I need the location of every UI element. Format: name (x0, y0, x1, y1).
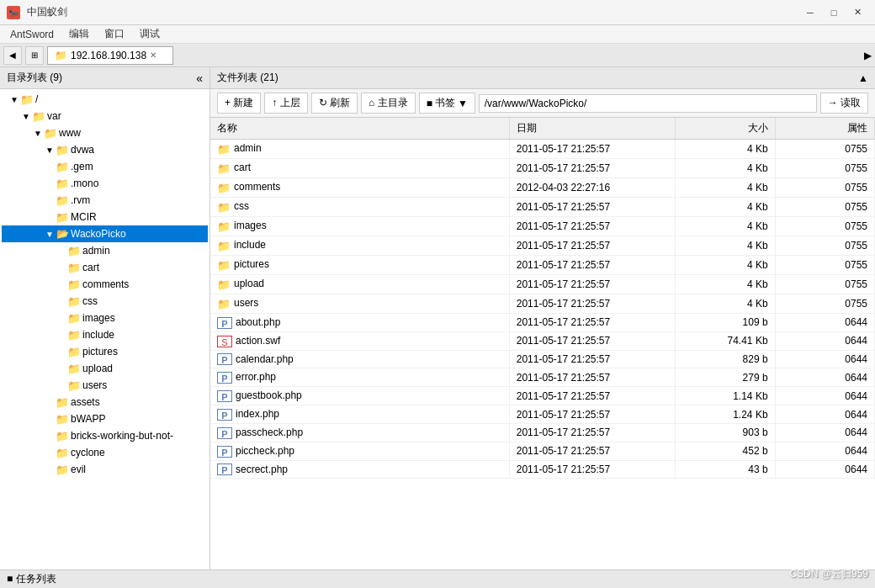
refresh-button[interactable]: ↻ 刷新 (311, 93, 358, 114)
tree-toggle (56, 263, 67, 273)
tree-item-dvwa[interactable]: ▼ 📁 dvwa (2, 141, 208, 158)
maximize-button[interactable]: □ (823, 4, 845, 21)
tree-toggle[interactable]: ▼ (32, 129, 44, 138)
tree-item-upload[interactable]: 📁 upload (2, 360, 208, 377)
table-row[interactable]: 📁cart 2011-05-17 21:25:57 4 Kb 0755 (210, 159, 875, 178)
minimize-button[interactable]: ─ (799, 4, 821, 21)
tab-close-btn[interactable]: ✕ (150, 50, 156, 60)
tree-item-evil[interactable]: 📁 evil (2, 461, 208, 478)
tree-item-comments[interactable]: 📁 comments (2, 276, 208, 293)
file-table-container[interactable]: 名称 日期 大小 属性 📁admin 2011-05-17 21:25:57 4… (210, 118, 875, 569)
tree-toggle (56, 381, 67, 390)
file-name[interactable]: Pabout.php (210, 314, 509, 332)
file-date: 2011-05-17 21:25:57 (509, 217, 675, 236)
file-name[interactable]: Ppasscheck.php (210, 423, 509, 442)
tree-item-assets[interactable]: 📁 assets (2, 394, 208, 411)
tab-nav-left[interactable]: ◀ (3, 46, 22, 65)
tree-toggle (56, 314, 67, 323)
file-name[interactable]: 📁users (210, 294, 509, 314)
file-name[interactable]: 📁upload (210, 275, 509, 294)
table-row[interactable]: 📁upload 2011-05-17 21:25:57 4 Kb 0755 (210, 275, 875, 294)
table-row[interactable]: Pguestbook.php 2011-05-17 21:25:57 1.14 … (210, 387, 875, 405)
tree-item-mcir[interactable]: 📁 MCIR (2, 209, 208, 225)
file-name[interactable]: 📁admin (210, 140, 509, 159)
file-name[interactable]: Psecrect.php (210, 460, 509, 479)
table-row[interactable]: Psecrect.php 2011-05-17 21:25:57 43 b 06… (210, 460, 875, 479)
tree-item-mono[interactable]: 📁 .mono (2, 175, 208, 192)
file-name[interactable]: Pindex.php (210, 405, 509, 424)
file-name[interactable]: 📁include (210, 236, 509, 256)
close-button[interactable]: ✕ (846, 4, 868, 21)
tree-item-users[interactable]: 📁 users (2, 377, 208, 394)
file-size: 4 Kb (676, 294, 775, 314)
menu-window[interactable]: 窗口 (98, 25, 131, 43)
tree-item-include[interactable]: 📁 include (2, 326, 208, 343)
file-name[interactable]: Ppiccheck.php (210, 442, 509, 460)
file-name[interactable]: 📁comments (210, 178, 509, 198)
table-row[interactable]: Ppiccheck.php 2011-05-17 21:25:57 452 b … (210, 442, 875, 460)
table-row[interactable]: Pindex.php 2011-05-17 21:25:57 1.24 Kb 0… (210, 405, 875, 424)
tree-item-bricks[interactable]: 📁 bricks-working-but-not- (2, 427, 208, 444)
menu-debug[interactable]: 调试 (133, 25, 167, 43)
table-row[interactable]: 📁include 2011-05-17 21:25:57 4 Kb 0755 (210, 236, 875, 256)
tree-item-images[interactable]: 📁 images (2, 310, 208, 326)
tree-toggle[interactable]: ▼ (44, 230, 56, 239)
col-header-attr[interactable]: 属性 (775, 118, 874, 140)
file-name[interactable]: Pguestbook.php (210, 387, 509, 405)
table-row[interactable]: Saction.swf 2011-05-17 21:25:57 74.41 Kb… (210, 331, 875, 350)
tree-item-var[interactable]: ▼ 📁 var (2, 108, 208, 124)
table-row[interactable]: Perror.php 2011-05-17 21:25:57 279 b 064… (210, 368, 875, 387)
file-name[interactable]: 📁css (210, 198, 509, 217)
right-panel-expand[interactable]: ▲ (858, 72, 868, 84)
task-list-label[interactable]: ■ 任务列表 (7, 572, 56, 586)
tree-item-cyclone[interactable]: 📁 cyclone (2, 444, 208, 461)
tree-item-bwapp[interactable]: 📁 bWAPP (2, 411, 208, 427)
file-name[interactable]: Perror.php (210, 368, 509, 387)
tree-item-rvm[interactable]: 📁 .rvm (2, 192, 208, 209)
left-panel-collapse[interactable]: « (196, 72, 203, 85)
file-attr: 0644 (775, 423, 874, 442)
tab-label: 192.168.190.138 (71, 50, 146, 61)
up-button[interactable]: ↑ 上层 (264, 93, 307, 114)
file-name[interactable]: 📁pictures (210, 256, 509, 275)
php-file-icon: P (217, 390, 232, 402)
col-header-name[interactable]: 名称 (210, 118, 509, 140)
home-button[interactable]: ⌂ 主目录 (361, 93, 416, 114)
file-name[interactable]: Pcalendar.php (210, 350, 509, 368)
table-row[interactable]: Pcalendar.php 2011-05-17 21:25:57 829 b … (210, 350, 875, 368)
tab-item[interactable]: 📁 192.168.190.138 ✕ (47, 46, 173, 65)
goto-button[interactable]: → 读取 (820, 93, 868, 114)
menu-edit[interactable]: 编辑 (62, 25, 96, 43)
table-row[interactable]: 📁pictures 2011-05-17 21:25:57 4 Kb 0755 (210, 256, 875, 275)
table-row[interactable]: 📁comments 2012-04-03 22:27:16 4 Kb 0755 (210, 178, 875, 198)
table-row[interactable]: 📁images 2011-05-17 21:25:57 4 Kb 0755 (210, 217, 875, 236)
tree-toggle[interactable]: ▼ (20, 112, 32, 121)
file-name[interactable]: 📁cart (210, 159, 509, 178)
table-row[interactable]: 📁admin 2011-05-17 21:25:57 4 Kb 0755 (210, 140, 875, 159)
table-row[interactable]: 📁css 2011-05-17 21:25:57 4 Kb 0755 (210, 198, 875, 217)
tree-item-wackopicko[interactable]: ▼ 📂 WackoPicko (2, 225, 208, 242)
table-row[interactable]: Ppasscheck.php 2011-05-17 21:25:57 903 b… (210, 423, 875, 442)
file-name[interactable]: Saction.swf (210, 331, 509, 350)
tree-item-pictures[interactable]: 📁 pictures (2, 343, 208, 360)
tree-toggle[interactable]: ▼ (8, 95, 20, 104)
tree-item-root[interactable]: ▼ 📁 / (2, 91, 208, 108)
file-name[interactable]: 📁images (210, 217, 509, 236)
tree-item-css[interactable]: 📁 css (2, 293, 208, 310)
col-header-date[interactable]: 日期 (509, 118, 675, 140)
file-size: 4 Kb (676, 236, 775, 256)
path-input[interactable] (479, 94, 817, 113)
table-row[interactable]: 📁users 2011-05-17 21:25:57 4 Kb 0755 (210, 294, 875, 314)
table-row[interactable]: Pabout.php 2011-05-17 21:25:57 109 b 064… (210, 314, 875, 332)
tree-item-www[interactable]: ▼ 📁 www (2, 124, 208, 141)
new-button[interactable]: + 新建 (217, 93, 261, 114)
tab-home[interactable]: ⊞ (25, 46, 44, 65)
directory-tree[interactable]: ▼ 📁 / ▼ 📁 var ▼ 📁 www ▼ 📁 dvwa 📁 (0, 89, 209, 569)
tree-item-gem[interactable]: 📁 .gem (2, 158, 208, 175)
menu-antsword[interactable]: AntSword (3, 27, 61, 42)
tree-toggle[interactable]: ▼ (44, 146, 56, 155)
col-header-size[interactable]: 大小 (676, 118, 775, 140)
tree-item-cart[interactable]: 📁 cart (2, 259, 208, 276)
bookmark-button[interactable]: ■ ■ 书签 书签 ▼ (419, 93, 475, 114)
tree-item-admin[interactable]: 📁 admin (2, 242, 208, 259)
